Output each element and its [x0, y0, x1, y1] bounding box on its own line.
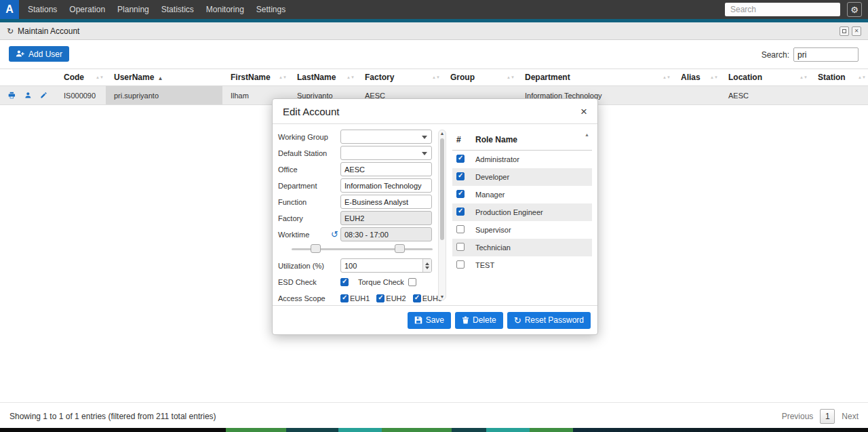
- edit-icon[interactable]: [40, 91, 47, 100]
- torque-checkbox[interactable]: [408, 278, 416, 286]
- nav-menu-item[interactable]: Planning: [111, 5, 155, 14]
- department-input[interactable]: [340, 178, 432, 193]
- role-checkbox[interactable]: [456, 155, 465, 163]
- refresh-icon: ↻: [7, 26, 14, 36]
- column-header-group[interactable]: Group▲▼: [442, 69, 517, 86]
- access-scope-item[interactable]: EUH2: [376, 294, 406, 302]
- worktime-slider[interactable]: [292, 244, 433, 254]
- modal-close-button[interactable]: ×: [580, 106, 587, 117]
- access-scope-item[interactable]: EUH1: [340, 294, 370, 302]
- number-spinner[interactable]: [422, 259, 431, 272]
- role-row[interactable]: Manager: [452, 186, 592, 203]
- scrollbar-thumb[interactable]: [440, 138, 444, 240]
- scrollbar-up-icon[interactable]: ▲: [439, 131, 446, 136]
- access-scope-name: EUH1: [350, 294, 370, 302]
- add-user-button[interactable]: Add User: [9, 46, 69, 62]
- office-input[interactable]: [340, 162, 432, 176]
- roles-header-hash: #: [452, 130, 471, 151]
- role-name: Production Engineer: [471, 203, 592, 221]
- role-checkbox[interactable]: [456, 208, 465, 216]
- role-checkbox[interactable]: [456, 172, 465, 180]
- cell-location: AESC: [720, 86, 810, 105]
- role-row[interactable]: Technician: [452, 239, 592, 256]
- form-scrollbar[interactable]: ▲ ▼: [438, 130, 446, 300]
- save-button[interactable]: Save: [408, 312, 451, 329]
- nav-menu-item[interactable]: Operation: [63, 5, 111, 14]
- office-label: Office: [278, 165, 340, 174]
- reset-icon: ↻: [514, 316, 521, 325]
- nav-menu-item[interactable]: Settings: [250, 5, 292, 14]
- column-header-station[interactable]: Station▲▼: [810, 69, 868, 86]
- default-station-select[interactable]: [340, 146, 432, 160]
- user-profile-icon[interactable]: [24, 91, 32, 100]
- access-scope-checkbox[interactable]: [340, 294, 349, 302]
- column-header-alias[interactable]: Alias▲▼: [673, 69, 720, 86]
- sort-icon: ▲▼: [279, 76, 287, 79]
- worktime-slider-handle-end[interactable]: [395, 244, 405, 253]
- role-row[interactable]: TEST: [452, 256, 592, 274]
- column-header-lastname[interactable]: LastName▲▼: [289, 69, 357, 86]
- role-row[interactable]: Developer: [452, 168, 592, 186]
- undo-icon[interactable]: ↺: [331, 230, 340, 239]
- delete-button[interactable]: Delete: [455, 312, 503, 329]
- sort-asc-icon: ▲: [585, 132, 589, 137]
- role-row[interactable]: Supervisor: [452, 221, 592, 239]
- access-scope-group: EUH1 EUH2 EUH3: [340, 294, 442, 302]
- print-icon[interactable]: [8, 91, 16, 100]
- function-input[interactable]: [340, 195, 432, 209]
- column-header-code[interactable]: Code▲▼: [56, 69, 106, 86]
- department-label: Department: [278, 182, 340, 190]
- page-footer: Showing 1 to 1 of 1 entries (filtered fr…: [0, 402, 868, 424]
- edit-account-modal: Edit Account × Working Group Default Sta…: [272, 98, 598, 335]
- function-label: Function: [278, 198, 340, 206]
- global-search-input[interactable]: [725, 3, 840, 16]
- column-header-firstname[interactable]: FirstName▲▼: [222, 69, 289, 86]
- access-scope-checkbox[interactable]: [413, 294, 421, 302]
- settings-gear-button[interactable]: ⚙: [847, 2, 862, 17]
- panel-minimize-button[interactable]: [840, 26, 849, 36]
- column-header-department[interactable]: Department▲▼: [517, 69, 673, 86]
- worktime-slider-handle-start[interactable]: [311, 244, 321, 253]
- roles-header-name[interactable]: Role Name▲: [471, 130, 592, 151]
- panel-close-button[interactable]: ✕: [852, 26, 861, 36]
- minimize-icon: [842, 29, 846, 33]
- column-header-username[interactable]: UserName▲: [106, 69, 222, 86]
- worktime-input[interactable]: [340, 227, 432, 241]
- esd-checkbox[interactable]: [340, 278, 349, 286]
- panel-header: ↻ Maintain Account ✕: [0, 22, 868, 40]
- table-search-input[interactable]: [793, 47, 859, 62]
- spinner-down-icon[interactable]: [425, 267, 429, 269]
- app-logo[interactable]: A: [0, 0, 19, 19]
- column-header-location[interactable]: Location▲▼: [720, 69, 810, 86]
- nav-menu-item[interactable]: Monitoring: [200, 5, 250, 14]
- role-checkbox[interactable]: [456, 190, 465, 198]
- nav-menu-item[interactable]: Stations: [22, 5, 63, 14]
- scrollbar-down-icon[interactable]: ▼: [439, 294, 446, 299]
- column-header-factory[interactable]: Factory▲▼: [357, 69, 442, 86]
- role-row[interactable]: Production Engineer: [452, 203, 592, 221]
- app-root: A StationsOperationPlanningStatisticsMon…: [0, 0, 868, 105]
- sort-icon: ▲▼: [347, 76, 355, 79]
- reset-password-button[interactable]: ↻ Reset Password: [507, 312, 591, 329]
- role-checkbox[interactable]: [456, 225, 465, 233]
- esd-check-label: ESD Check: [278, 278, 340, 286]
- role-row[interactable]: Administrator: [452, 151, 592, 169]
- factory-label: Factory: [278, 214, 340, 222]
- working-group-select[interactable]: [340, 130, 432, 144]
- pagination-next[interactable]: Next: [842, 412, 859, 421]
- working-group-label: Working Group: [278, 133, 340, 141]
- role-checkbox[interactable]: [456, 243, 465, 251]
- pagination-previous[interactable]: Previous: [782, 412, 814, 421]
- access-scope-checkbox[interactable]: [376, 294, 384, 302]
- spinner-up-icon[interactable]: [425, 262, 429, 265]
- cell-code: IS000090: [56, 86, 106, 105]
- factory-input[interactable]: [340, 211, 432, 225]
- roles-panel: # Role Name▲ Administrator: [452, 130, 592, 300]
- utilization-input[interactable]: [340, 258, 432, 273]
- top-navbar: A StationsOperationPlanningStatisticsMon…: [0, 0, 868, 19]
- trash-icon: [462, 316, 469, 324]
- pagination-page-1[interactable]: 1: [820, 409, 835, 424]
- role-checkbox[interactable]: [456, 260, 465, 269]
- column-header-actions: [0, 69, 56, 86]
- nav-menu-item[interactable]: Statistics: [155, 5, 200, 14]
